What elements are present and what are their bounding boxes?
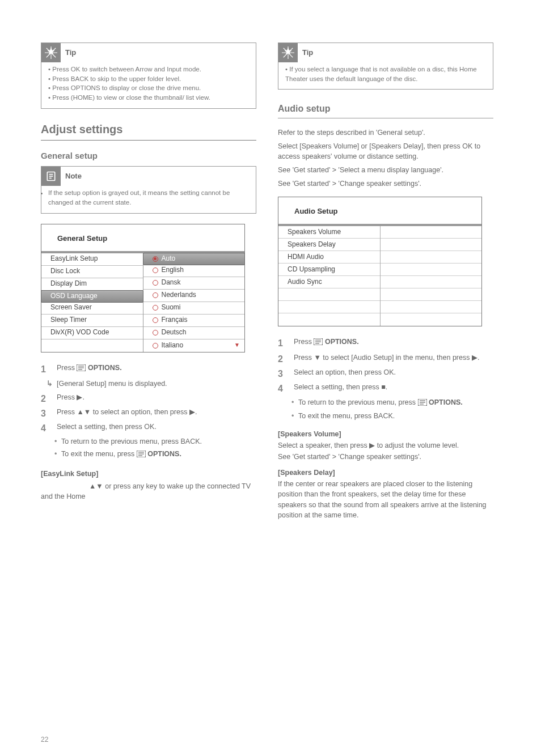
tip-body: If you select a language that is not ava…	[278, 62, 493, 89]
tip-body: Press OK to switch between Arrow and Inp…	[41, 62, 256, 108]
lang-option-english[interactable]: English	[143, 265, 245, 277]
step-bullet-back: To return to the previous menu, press BA…	[41, 436, 256, 447]
lang-option-deutsch[interactable]: Deutsch	[143, 327, 245, 339]
lang-option-nederlands[interactable]: Nederlands	[143, 290, 245, 302]
step-4: Select a setting, then press ■.	[278, 382, 493, 392]
step-2: Press ▶.	[41, 392, 256, 402]
tip-title: Tip	[65, 48, 76, 58]
menu-item-speakers-delay[interactable]: Speakers Delay	[278, 239, 380, 251]
menu-blank	[278, 301, 380, 313]
menu-item-osd-language[interactable]: OSD Language	[41, 290, 143, 303]
radio-icon	[153, 317, 158, 323]
tip-item: If you select a language that is not ava…	[285, 65, 486, 83]
intro-text: See 'Get started' > 'Select a menu displ…	[278, 165, 493, 175]
tip-box: Tip If you select a language that is not…	[278, 43, 493, 90]
speakers-delay-text: If the center or rear speakers are place…	[278, 479, 493, 520]
radio-icon	[153, 267, 158, 273]
lang-option-dansk[interactable]: Dansk	[143, 277, 245, 290]
menu-item-sleep-timer[interactable]: Sleep Timer	[41, 315, 143, 327]
menu-title: General Setup	[41, 224, 244, 251]
tip-item: Press OK to switch between Arrow and Inp…	[48, 65, 249, 74]
menu-title: Audio Setup	[278, 197, 481, 224]
down-arrow-icon: ▼	[314, 354, 320, 362]
radio-icon	[153, 305, 158, 311]
menu-blank	[278, 288, 380, 301]
options-button-icon	[418, 398, 427, 409]
subsection-general-setup: General setup	[41, 150, 256, 162]
tip-box: Tip Press OK to switch between Arrow and…	[41, 43, 256, 109]
step-4: Select a setting, then press OK.	[41, 422, 256, 432]
intro-text: See 'Get started' > 'Change speaker sett…	[278, 179, 493, 189]
tip-star-icon	[41, 43, 61, 62]
tip-title: Tip	[302, 48, 313, 58]
general-setup-steps: Press OPTIONS.	[41, 363, 256, 374]
note-box: Note If the setup option is grayed out, …	[41, 166, 256, 213]
speakers-volume-ref: See 'Get started' > 'Change speaker sett…	[278, 452, 493, 462]
note-title: Note	[65, 171, 82, 182]
options-button-icon	[77, 364, 86, 374]
menu-item-divx-vod[interactable]: DivX(R) VOD Code	[41, 327, 143, 339]
section-audio-setup: Audio setup	[278, 102, 493, 118]
menu-item-display-dim[interactable]: Display Dim	[41, 278, 143, 291]
note-item: If the setup option is grayed out, it me…	[48, 188, 249, 207]
tip-item: Press (HOME) to view or close the thumbn…	[48, 93, 249, 103]
step-1: Press OPTIONS.	[278, 337, 493, 348]
speakers-volume-text: Select a speaker, then press ▶ to adjust…	[278, 440, 493, 451]
right-arrow-icon: ▶	[369, 441, 375, 449]
step-bullet-return: To return to the previous menu, press OP…	[278, 397, 493, 409]
radio-icon	[153, 280, 158, 286]
menu-item-easylink-setup[interactable]: EasyLink Setup	[41, 253, 143, 266]
menu-item-blank	[41, 339, 143, 352]
right-arrow-icon: ▶	[472, 354, 477, 362]
menu-item-audio-sync[interactable]: Audio Sync	[278, 276, 380, 288]
tip-star-icon	[278, 43, 298, 62]
section-adjust-settings: Adjust settings	[41, 121, 256, 141]
speakers-volume-desc: [Speakers Volume]	[278, 429, 493, 439]
step-1: Press OPTIONS.	[41, 363, 256, 374]
updown-arrow-icon: ▲▼	[77, 408, 91, 416]
tip-item: Press OPTIONS to display or close the dr…	[48, 83, 249, 93]
intro-text: Select [Speakers Volume] or [Speakers De…	[278, 141, 493, 162]
radio-icon	[153, 330, 158, 335]
step-3: Select an option, then press OK.	[278, 367, 493, 377]
menu-item-cd-upsampling[interactable]: CD Upsampling	[278, 264, 380, 276]
step-1-result: [General Setup] menu is displayed.	[41, 379, 256, 389]
note-body: If the setup option is grayed out, it me…	[41, 186, 256, 213]
intro-text: Refer to the steps described in 'General…	[278, 128, 493, 138]
options-button-icon	[314, 338, 323, 348]
right-arrow-icon: ▶	[189, 408, 195, 416]
scroll-down-icon[interactable]: ▼	[234, 341, 240, 350]
updown-arrow-icon: ▲▼	[89, 482, 103, 490]
lang-option-suomi[interactable]: Suomi	[143, 302, 245, 315]
note-page-icon	[41, 167, 61, 186]
menu-item-disc-lock[interactable]: Disc Lock	[41, 266, 143, 278]
step-2: Press ▼ to select [Audio Setup] in the m…	[278, 352, 493, 363]
menu-blank	[278, 313, 380, 326]
easylink-row: ▲▼ or press any key to wake up the conne…	[41, 481, 256, 502]
step-bullet-exit: To exit the menu, press BACK.	[278, 411, 493, 421]
general-setup-menu: General Setup EasyLink Setup Disc Lock D…	[41, 224, 245, 352]
options-button-icon	[137, 450, 146, 460]
step-bullet-exit: To exit the menu, press OPTIONS.	[41, 449, 256, 460]
radio-icon	[153, 292, 158, 298]
menu-item-hdmi-audio[interactable]: HDMI Audio	[278, 251, 380, 264]
audio-setup-steps: Press OPTIONS. Press ▼ to select [Audio …	[278, 337, 493, 393]
lang-option-italiano[interactable]: Italiano▼	[143, 339, 245, 352]
tip-item: Press BACK to skip to the upper folder l…	[48, 74, 249, 84]
easylink-setup-desc: [EasyLink Setup]	[41, 469, 256, 479]
page-number: 22	[41, 735, 48, 745]
lang-option-auto[interactable]: Auto	[143, 253, 246, 265]
lang-option-francais[interactable]: Français	[143, 315, 245, 327]
radio-icon	[153, 343, 158, 349]
step-3: Press ▲▼ to select an option, then press…	[41, 407, 256, 417]
speakers-delay-desc: [Speakers Delay]	[278, 468, 493, 478]
radio-filled-icon	[153, 256, 158, 262]
stop-icon: ■	[381, 383, 386, 391]
menu-item-screen-saver[interactable]: Screen Saver	[41, 302, 143, 315]
audio-setup-menu: Audio Setup Speakers Volume Speakers Del…	[278, 197, 482, 326]
menu-item-speakers-volume[interactable]: Speakers Volume	[278, 226, 380, 239]
right-arrow-icon: ▶	[77, 393, 82, 401]
